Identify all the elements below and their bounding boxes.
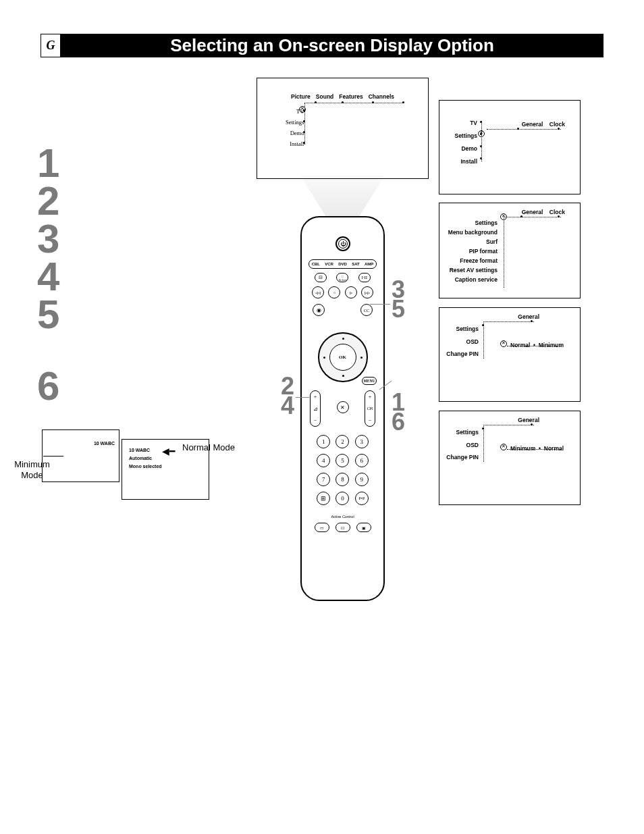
bot-button-3[interactable]: ▣ — [356, 523, 371, 532]
sc2-item-6: Caption service — [448, 275, 498, 284]
sc1-demo: Demo — [454, 145, 477, 152]
screen-settings-1: General Clock TV Settings Demo Install — [439, 100, 581, 194]
mode-dvd: DVD — [338, 262, 347, 266]
select-button[interactable]: ♢Select — [336, 273, 348, 282]
sc4-opt-normal: Normal — [544, 445, 564, 452]
key-5[interactable]: 5 — [336, 454, 349, 467]
normal-line-1: Automatic — [129, 456, 152, 461]
sc3-item-2: Change PIN — [446, 348, 479, 361]
bot-button-1[interactable]: ▭ — [315, 523, 329, 532]
mute-button[interactable]: ✕ — [337, 401, 349, 413]
key-6[interactable]: 6 — [355, 454, 369, 467]
sc2-item-5: Reset AV settings — [448, 265, 498, 275]
key-format[interactable]: ⊞ — [317, 492, 330, 505]
mode-sat: SAT — [352, 262, 360, 266]
cc-button[interactable]: CC — [360, 304, 373, 316]
sc2-item-0: Settings — [448, 218, 498, 228]
step-numbers: 1 2 3 4 5 6 — [37, 145, 59, 406]
forward-button[interactable]: ▹▹ — [361, 286, 373, 298]
rewind-button[interactable]: ◃◃ — [312, 286, 324, 298]
nav-wheel[interactable]: OK — [318, 332, 368, 382]
screen-main: Picture Sound Features Channels TV Setti… — [257, 78, 429, 179]
sc3-opt-minimum: Minimum — [539, 342, 564, 348]
key-1[interactable]: 1 — [317, 435, 330, 448]
sc2-item-2: Surf — [448, 237, 498, 246]
bot-button-2[interactable]: ⊡ — [336, 523, 350, 532]
light-beam — [300, 176, 385, 216]
key-3[interactable]: 3 — [355, 435, 369, 448]
sc3-item-1: OSD — [446, 336, 479, 348]
step-5: 5 — [37, 296, 59, 333]
sc4-heading: General — [518, 417, 539, 423]
step-6: 6 — [37, 368, 59, 405]
normal-line-2: Mono selected — [129, 464, 162, 469]
sc4-opt-minimum: Minimum — [510, 445, 535, 452]
menu-button[interactable]: MENU — [362, 377, 377, 385]
tab-picture: Picture — [291, 93, 311, 100]
mode-amp: AMP — [365, 262, 373, 266]
side-demo: Demo — [286, 130, 304, 136]
sc1-tv: TV — [454, 120, 477, 126]
key-0[interactable]: 0 — [336, 492, 349, 505]
mode-vcr: VCR — [325, 262, 333, 266]
cursor-icon — [500, 444, 507, 450]
screen-settings-4: General Settings OSD Change PIN Minimum … — [439, 411, 581, 505]
minimum-mode-label: Minimum Mode — [14, 459, 51, 480]
pointer-line — [43, 456, 63, 457]
mode-selector[interactable]: CBL VCR DVD SAT AMP — [308, 259, 377, 269]
sc1-install: Install — [454, 158, 477, 165]
tab-features: Features — [339, 93, 363, 100]
minimum-mode-text: 10 WABC — [94, 441, 115, 446]
sc2-item-4: Freeze format — [448, 256, 498, 265]
mode-cbl: CBL — [312, 262, 320, 266]
record-button[interactable]: ◉ — [313, 304, 325, 316]
input-button[interactable]: ⊟ — [315, 273, 327, 282]
step-1: 1 — [37, 145, 59, 182]
screen-settings-3: General Settings OSD Change PIN Normal •… — [439, 307, 581, 402]
cursor-icon — [500, 213, 507, 220]
key-9[interactable]: 9 — [355, 473, 369, 486]
sc2-item-1: Menu background — [448, 228, 498, 237]
ok-button[interactable]: OK — [329, 344, 356, 371]
sc3-item-0: Settings — [446, 323, 479, 336]
key-2[interactable]: 2 — [336, 435, 349, 448]
side-install: Install — [286, 140, 304, 147]
sc2-tab-clock: Clock — [549, 209, 565, 215]
stop-button[interactable]: ▫ — [328, 286, 340, 298]
keypad: 1 2 3 4 5 6 7 8 9 ⊞ 0 P•P — [302, 435, 383, 505]
screen-settings-2: General Clock Settings Menu background S… — [439, 203, 581, 298]
sound-button[interactable]: I·II — [358, 273, 371, 282]
volume-rocker[interactable]: +⊿− — [310, 390, 321, 427]
key-4[interactable]: 4 — [317, 454, 330, 467]
arrow-icon: ◀━ — [162, 446, 175, 457]
callout-1-6: 1 6 — [392, 393, 405, 432]
key-8[interactable]: 8 — [336, 473, 349, 486]
callout-3-5: 3 5 — [392, 280, 405, 319]
sc1-tab-general: General — [522, 121, 543, 128]
sc4-item-2: Change PIN — [446, 451, 479, 464]
normal-line-0: 10 WABC — [129, 448, 150, 452]
play-button[interactable]: ▹ — [345, 286, 357, 298]
page-title: Selecting an On-screen Display Option — [61, 34, 603, 57]
power-button[interactable]: ⏻ — [336, 236, 350, 251]
sc4-item-1: OSD — [446, 439, 479, 452]
cursor-icon — [478, 130, 485, 137]
sc2-item-3: PIP format — [448, 246, 498, 256]
callout-line — [370, 304, 390, 305]
key-7[interactable]: 7 — [317, 473, 330, 486]
step-3: 3 — [37, 221, 59, 257]
tab-channels: Channels — [369, 93, 394, 100]
sc1-settings: Settings — [454, 132, 477, 139]
cursor-icon — [299, 106, 306, 113]
step-2: 2 — [37, 183, 59, 219]
cursor-icon — [500, 340, 507, 347]
tab-sound: Sound — [316, 93, 333, 100]
key-pp[interactable]: P•P — [355, 492, 369, 505]
channel-rocker[interactable]: +CH− — [365, 390, 375, 427]
callout-line — [296, 397, 309, 398]
callout-2-4: 2 4 — [281, 377, 294, 416]
active-control-label: Active Control — [302, 515, 383, 519]
side-settings: Settings — [286, 119, 304, 126]
remote-control: ⏻ CBL VCR DVD SAT AMP ⊟ ♢Select I·II ◃◃ … — [300, 216, 385, 601]
sc4-item-0: Settings — [446, 426, 479, 439]
